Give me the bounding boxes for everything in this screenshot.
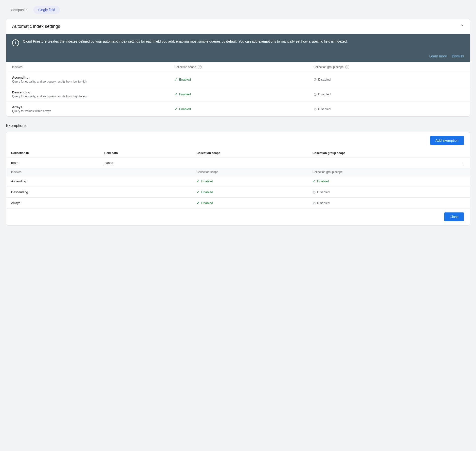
index-name: Descending [12,90,163,94]
index-desc: Query for equality, and sort query resul… [12,80,163,83]
exemptions-card: Add exemption Collection ID Field path C… [6,132,470,226]
group-scope-help-icon[interactable]: ? [345,65,349,69]
index-desc: Query for values within arrays [12,109,163,113]
more-options-icon[interactable]: ⋮ [447,157,470,168]
exemption-row-rents: rents leases ⋮ [6,157,470,168]
rents-field-path: leases [99,157,192,168]
sub-index-name: Ascending [6,176,99,187]
info-icon: i [12,39,19,46]
close-button[interactable]: Close [444,212,464,221]
sub-collection-status-enabled: ✓ Enabled [197,201,303,205]
dismiss-button[interactable]: Dismiss [452,54,464,58]
rents-collection-id: rents [6,157,99,168]
sub-col-empty [99,168,192,176]
check-icon: ✓ [197,190,200,194]
col-collection-scope: Collection scope [192,149,308,157]
rents-collection-scope [192,157,308,168]
sub-index-name: Arrays [6,198,99,208]
index-name: Arrays [12,105,163,109]
sub-table-row: Descending✓ Enabled⊘ Disabled [6,187,470,198]
collection-status-enabled: ✓ Enabled [174,107,302,111]
learn-more-button[interactable]: Learn more [429,54,447,58]
sub-col-group: Collection group scope [308,168,470,176]
exemptions-title: Exemptions [6,123,470,128]
group-status-disabled: ⊘ Disabled [313,92,464,97]
exemptions-section: Exemptions Add exemption Collection ID F… [6,123,470,226]
card-footer: Close [6,208,470,225]
tab-single-field[interactable]: Single field [33,6,60,14]
tab-bar: Composite Single field [6,6,470,14]
col-header-group: Collection group scope ? [308,62,470,72]
check-icon: ✓ [197,179,200,184]
sub-collection-status-enabled: ✓ Enabled [197,190,303,194]
sub-group-status-enabled: ✓ Enabled [312,179,465,184]
index-desc: Query for equality, and sort query resul… [12,95,163,98]
group-status-disabled: ⊘ Disabled [313,77,464,82]
col-collection-id: Collection ID [6,149,99,157]
rents-group-scope [308,157,447,168]
exemptions-header: Add exemption [6,132,470,149]
collection-status-enabled: ✓ Enabled [174,77,302,82]
index-table: Indexes Collection scope ? Collection gr… [6,62,470,116]
group-status-disabled: ⊘ Disabled [313,107,464,111]
collection-status-enabled: ✓ Enabled [174,92,302,97]
sub-index-name: Descending [6,187,99,198]
info-actions: Learn more Dismiss [6,51,470,62]
col-header-collection: Collection scope ? [168,62,308,72]
info-banner: i Cloud Firestore creates the indexes de… [6,34,470,51]
automatic-index-card: Automatic index settings ⌃ i Cloud Fires… [6,19,470,117]
sub-col-indexes: Indexes [6,168,99,176]
index-table-row: AscendingQuery for equality, and sort qu… [6,72,470,87]
disabled-icon: ⊘ [313,92,317,97]
add-exemption-button[interactable]: Add exemption [430,136,464,145]
col-header-indexes: Indexes [6,62,168,72]
check-icon: ✓ [312,179,316,184]
sub-group-status-disabled: ⊘ Disabled [312,190,465,194]
check-icon: ✓ [174,107,178,111]
exemptions-main-table: Collection ID Field path Collection scop… [6,149,470,168]
index-table-row: DescendingQuery for equality, and sort q… [6,87,470,102]
sub-table-row: Ascending✓ Enabled✓ Enabled [6,176,470,187]
check-icon: ✓ [174,77,178,82]
col-group-scope: Collection group scope [308,149,447,157]
index-name: Ascending [12,76,163,79]
col-field-path: Field path [99,149,192,157]
sub-col-collection: Collection scope [192,168,308,176]
disabled-icon: ⊘ [312,190,316,194]
disabled-icon: ⊘ [313,77,317,82]
card-title: Automatic index settings [12,24,60,29]
tab-composite[interactable]: Composite [6,6,32,14]
disabled-icon: ⊘ [313,107,317,111]
collection-scope-help-icon[interactable]: ? [198,65,202,69]
index-table-row: ArraysQuery for values within arrays✓ En… [6,102,470,117]
info-text: Cloud Firestore creates the indexes defi… [23,39,464,44]
sub-group-status-disabled: ⊘ Disabled [312,201,465,205]
collapse-icon[interactable]: ⌃ [460,23,464,29]
sub-collection-status-enabled: ✓ Enabled [197,179,303,184]
disabled-icon: ⊘ [312,201,316,205]
check-icon: ✓ [174,92,178,97]
sub-table-row: Arrays✓ Enabled⊘ Disabled [6,198,470,208]
exemption-sub-table: Indexes Collection scope Collection grou… [6,168,470,208]
card-header: Automatic index settings ⌃ [6,19,470,34]
check-icon: ✓ [197,201,200,205]
